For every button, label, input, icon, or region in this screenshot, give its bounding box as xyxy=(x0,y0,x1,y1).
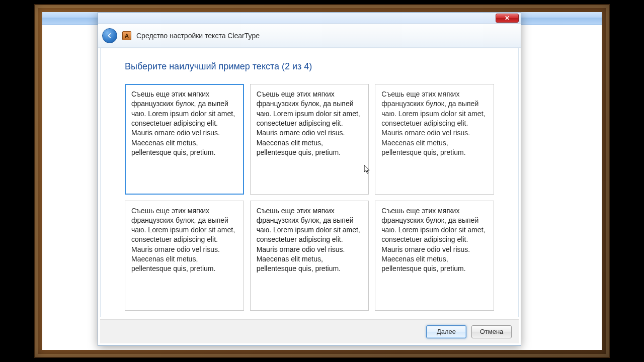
dialog-title: Средство настройки текста ClearType xyxy=(136,32,260,40)
back-button[interactable] xyxy=(102,28,117,43)
cleartype-app-icon: A xyxy=(122,31,131,40)
dialog-footer: Далее Отмена xyxy=(100,319,519,343)
text-sample-5[interactable]: Съешь еще этих мягких французских булок,… xyxy=(250,201,369,311)
cancel-button[interactable]: Отмена xyxy=(471,325,512,338)
dialog-titlebar: ✕ xyxy=(98,13,521,24)
text-sample-1[interactable]: Съешь еще этих мягких французских булок,… xyxy=(125,84,244,195)
instruction-heading: Выберите наилучший пример текста (2 из 4… xyxy=(125,61,494,72)
close-icon: ✕ xyxy=(505,15,510,22)
back-arrow-icon xyxy=(106,32,114,40)
photo-inner: ✕ A Средство настройки текста ClearType … xyxy=(42,12,602,350)
text-sample-4[interactable]: Съешь еще этих мягких французских булок,… xyxy=(125,201,244,311)
app-icon-letter: A xyxy=(125,33,129,39)
dialog-header: A Средство настройки текста ClearType xyxy=(98,24,521,48)
text-sample-6[interactable]: Съешь еще этих мягких французских булок,… xyxy=(375,201,494,311)
photo-frame: ✕ A Средство настройки текста ClearType … xyxy=(34,4,610,358)
cleartype-wizard-dialog: ✕ A Средство настройки текста ClearType … xyxy=(98,12,521,346)
text-sample-3[interactable]: Съешь еще этих мягких французских булок,… xyxy=(375,84,494,195)
next-button[interactable]: Далее xyxy=(426,325,466,338)
close-button[interactable]: ✕ xyxy=(496,14,519,23)
dialog-body: Выберите наилучший пример текста (2 из 4… xyxy=(100,48,519,317)
text-sample-2[interactable]: Съешь еще этих мягких французских булок,… xyxy=(250,84,369,195)
sample-grid: Съешь еще этих мягких французских булок,… xyxy=(125,84,494,311)
